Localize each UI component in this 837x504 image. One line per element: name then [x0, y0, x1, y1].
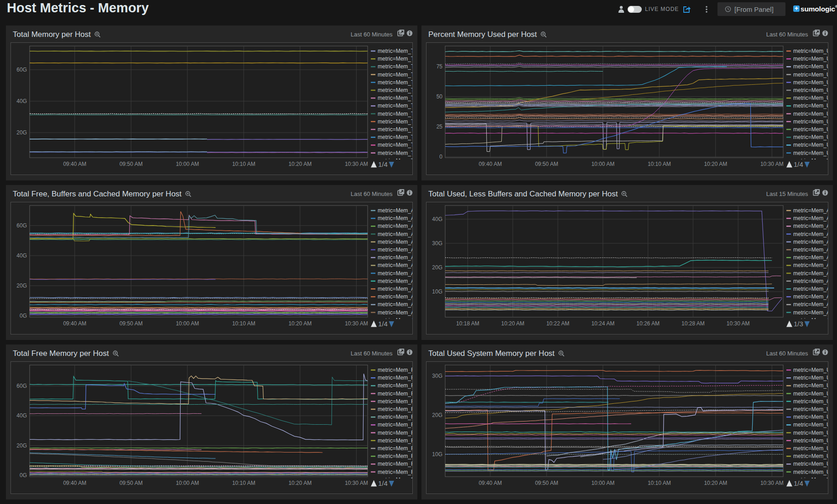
svg-text:10:22 AM: 10:22 AM — [546, 320, 570, 327]
svg-text:10:20 AM: 10:20 AM — [288, 161, 312, 167]
svg-text:metric=Mem_U: metric=Mem_U — [793, 414, 828, 420]
svg-text:metric=Mem_A: metric=Mem_A — [378, 215, 413, 221]
svg-text:metric=Mem_T: metric=Mem_T — [378, 95, 413, 101]
svg-text:metric=Mem_A: metric=Mem_A — [793, 309, 828, 316]
svg-text:metric=Mem_U: metric=Mem_U — [793, 48, 828, 54]
svg-text:metric=Mem_T: metric=Mem_T — [378, 79, 413, 86]
svg-text:10:30 AM: 10:30 AM — [760, 480, 784, 486]
svg-text:10:28 AM: 10:28 AM — [681, 320, 705, 327]
svg-text:metric=Mem_U: metric=Mem_U — [793, 87, 828, 93]
svg-text:0G: 0G — [20, 472, 27, 478]
svg-text:metric=Mem_A: metric=Mem_A — [378, 270, 413, 277]
svg-text:metric=Mem_F: metric=Mem_F — [378, 461, 413, 467]
svg-text:10G: 10G — [432, 451, 442, 458]
svg-text:metric=Mem_A: metric=Mem_A — [793, 270, 828, 277]
svg-text:10:20 AM: 10:20 AM — [704, 161, 727, 167]
svg-text:metric=Mem_T: metric=Mem_T — [378, 111, 413, 117]
svg-text:20G: 20G — [432, 264, 442, 271]
svg-text:10:00 AM: 10:00 AM — [176, 480, 199, 486]
svg-text:metric=Mem_A: metric=Mem_A — [378, 254, 413, 261]
svg-text:10:30 AM: 10:30 AM — [345, 161, 368, 167]
svg-text:metric=Mem_F: metric=Mem_F — [378, 422, 413, 428]
svg-text:1/3: 1/3 — [794, 320, 803, 328]
svg-text:metric=Mem_U: metric=Mem_U — [793, 445, 828, 452]
svg-text:metric=Mem_U: metric=Mem_U — [793, 382, 828, 389]
svg-text:metric=Mem_F: metric=Mem_F — [378, 469, 413, 475]
svg-text:metric=Mem_A: metric=Mem_A — [793, 278, 828, 284]
svg-text:metric=Mem_A: metric=Mem_A — [793, 239, 828, 245]
svg-text:1/4: 1/4 — [378, 160, 388, 168]
svg-text:1/4: 1/4 — [378, 479, 388, 487]
svg-text:metric=Mem_F: metric=Mem_F — [378, 375, 413, 381]
svg-text:metric=Mem_A: metric=Mem_A — [378, 293, 413, 300]
svg-text:1/4: 1/4 — [378, 320, 388, 328]
svg-text:10:20 AM: 10:20 AM — [704, 480, 727, 486]
svg-text:metric=Mem_U: metric=Mem_U — [793, 375, 828, 381]
svg-text:metric=Mem_U: metric=Mem_U — [793, 150, 828, 156]
svg-text:10G: 10G — [432, 288, 442, 295]
svg-text:0G: 0G — [20, 313, 27, 319]
svg-text:75: 75 — [437, 63, 443, 70]
svg-text:metric=Mem_A: metric=Mem_A — [378, 262, 413, 268]
svg-text:metric=Mem_F: metric=Mem_F — [378, 414, 413, 420]
svg-text:10:18 AM: 10:18 AM — [456, 320, 479, 327]
svg-text:10:10 AM: 10:10 AM — [232, 320, 255, 327]
svg-text:metric=Mem_U: metric=Mem_U — [793, 103, 828, 109]
svg-text:metric=Mem_A: metric=Mem_A — [793, 215, 828, 221]
svg-text:metric=Mem_U: metric=Mem_U — [793, 79, 828, 86]
svg-text:metric=Mem_U: metric=Mem_U — [793, 56, 828, 62]
svg-text:metric=Mem_F: metric=Mem_F — [378, 445, 413, 452]
svg-text:09:50 AM: 09:50 AM — [535, 161, 558, 167]
svg-text:09:50 AM: 09:50 AM — [535, 480, 558, 486]
svg-text:metric=Mem_U: metric=Mem_U — [793, 453, 828, 459]
svg-text:10:00 AM: 10:00 AM — [591, 161, 614, 167]
svg-text:10:20 AM: 10:20 AM — [501, 320, 525, 327]
svg-text:10:10 AM: 10:10 AM — [232, 161, 255, 167]
svg-text:metric=Mem_U: metric=Mem_U — [793, 118, 828, 125]
svg-text:metric=Mem_T: metric=Mem_T — [378, 48, 413, 54]
svg-text:10:00 AM: 10:00 AM — [176, 320, 199, 327]
svg-text:metric=Mem_U: metric=Mem_U — [793, 398, 828, 405]
svg-text:1/4: 1/4 — [794, 160, 803, 168]
svg-text:metric=Mem_A: metric=Mem_A — [793, 223, 828, 229]
svg-text:40G: 40G — [432, 216, 442, 222]
svg-text:metric=Mem_T: metric=Mem_T — [378, 134, 413, 140]
svg-text:metric=Mem_U: metric=Mem_U — [793, 469, 828, 475]
svg-text:metric=Mem_A: metric=Mem_A — [793, 286, 828, 292]
svg-text:metric=Mem_A: metric=Mem_A — [793, 293, 828, 300]
svg-text:metric=Mem_U: metric=Mem_U — [793, 461, 828, 467]
svg-text:09:40 AM: 09:40 AM — [63, 320, 86, 327]
svg-text:metric=Mem_T: metric=Mem_T — [378, 63, 413, 70]
svg-text:20G: 20G — [16, 129, 27, 136]
svg-text:09:50 AM: 09:50 AM — [120, 161, 143, 167]
svg-text:10:30 AM: 10:30 AM — [760, 161, 784, 167]
svg-text:09:50 AM: 09:50 AM — [120, 320, 143, 327]
svg-text:metric=Mem_A: metric=Mem_A — [793, 301, 828, 308]
svg-text:metric=Mem_A: metric=Mem_A — [793, 262, 828, 268]
svg-text:20G: 20G — [16, 283, 27, 289]
svg-text:10:30 AM: 10:30 AM — [345, 480, 368, 486]
svg-text:metric=Mem_U: metric=Mem_U — [793, 126, 828, 133]
svg-text:metric=Mem_U: metric=Mem_U — [793, 95, 828, 101]
svg-text:40G: 40G — [16, 252, 27, 259]
svg-text:09:50 AM: 09:50 AM — [120, 480, 143, 486]
svg-text:metric=Mem_U: metric=Mem_U — [793, 406, 828, 412]
svg-text:10:10 AM: 10:10 AM — [232, 480, 255, 486]
svg-text:metric=Mem_U: metric=Mem_U — [793, 437, 828, 444]
svg-text:metric=Mem_A: metric=Mem_A — [378, 247, 413, 253]
svg-text:metric=Mem_A: metric=Mem_A — [793, 231, 828, 237]
svg-text:metric=Mem_F: metric=Mem_F — [378, 382, 413, 389]
svg-text:metric=Mem_U: metric=Mem_U — [793, 134, 828, 140]
svg-text:metric=Mem_F: metric=Mem_F — [378, 430, 413, 436]
svg-text:1/4: 1/4 — [794, 479, 803, 487]
svg-text:40G: 40G — [16, 412, 27, 419]
svg-text:metric=Mem_A: metric=Mem_A — [378, 239, 413, 245]
svg-text:metric=Mem_A: metric=Mem_A — [378, 207, 413, 214]
svg-text:10:10 AM: 10:10 AM — [648, 480, 671, 486]
svg-text:metric=Mem_F: metric=Mem_F — [378, 398, 413, 405]
svg-text:10:30 AM: 10:30 AM — [727, 320, 750, 327]
svg-text:09:40 AM: 09:40 AM — [478, 480, 502, 486]
svg-text:metric=Mem_A: metric=Mem_A — [378, 286, 413, 292]
svg-text:60G: 60G — [16, 383, 27, 389]
svg-text:metric=Mem_U: metric=Mem_U — [793, 430, 828, 436]
